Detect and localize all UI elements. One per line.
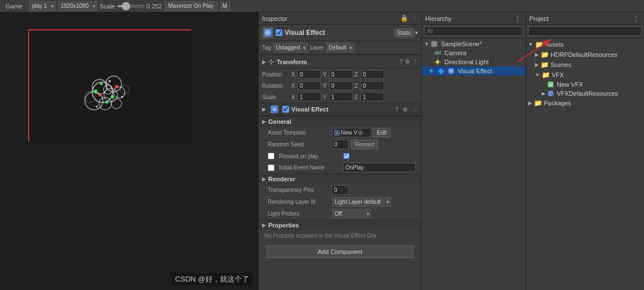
project-item-scenes[interactable]: ▶ 📁 Scenes xyxy=(526,60,644,70)
ve-component-enable-check[interactable] xyxy=(282,106,289,113)
lock-icon[interactable]: 🔒 xyxy=(400,15,408,22)
resolution-select[interactable]: 1920x1080 xyxy=(58,1,97,11)
properties-arrow-icon: ▶ xyxy=(262,222,266,228)
scene-menu-icon[interactable]: ⋮ xyxy=(518,41,523,47)
project-item-assets[interactable]: ▼ 📁 Assets xyxy=(526,39,644,50)
position-x-item: X 0 xyxy=(291,70,321,79)
project-item-vfx-default[interactable]: ▶ VFXDefaultResources xyxy=(526,89,644,98)
svg-rect-46 xyxy=(548,82,553,87)
resolution-select-wrapper[interactable]: 1920x1080 xyxy=(58,1,97,11)
reseed-button[interactable]: Reseed xyxy=(351,140,378,149)
assets-folder-icon: 📁 xyxy=(535,41,543,48)
rotation-z-label: Z xyxy=(354,83,360,89)
transform-title: Transform xyxy=(277,59,399,65)
scale-control: Scale 0.252 xyxy=(100,3,162,10)
transparency-input[interactable]: 0 xyxy=(332,185,349,195)
initial-event-label: Initial Event Name xyxy=(279,164,341,171)
layer-select[interactable]: Default xyxy=(326,43,354,52)
svg-rect-26 xyxy=(335,131,339,135)
svg-rect-36 xyxy=(435,51,439,55)
light-probes-select[interactable]: Off xyxy=(332,209,371,218)
hierarchy-item-camera[interactable]: ▶ Camera xyxy=(422,48,525,57)
asset-edit-button[interactable]: Edit xyxy=(373,128,390,137)
add-component-button[interactable]: Add Component xyxy=(267,246,413,258)
position-x-input[interactable]: 0 xyxy=(298,70,321,79)
rotation-z-input[interactable]: 0 xyxy=(361,81,384,90)
hierarchy-item-directional-light[interactable]: ▶ Directional Light xyxy=(422,57,525,66)
tag-select[interactable]: Untagged xyxy=(273,43,308,52)
layer-select-wrapper[interactable]: Default xyxy=(326,43,354,52)
random-seed-row: Random Seed 0 Reseed xyxy=(259,139,421,150)
scale-value: 0.252 xyxy=(147,3,163,10)
project-menu-button[interactable]: ⋮ xyxy=(632,15,641,23)
play-select-wrapper[interactable]: play 1 xyxy=(29,1,56,11)
project-item-packages[interactable]: ▶ 📁 Packages xyxy=(526,98,644,108)
visual-effect-hierarchy-icon xyxy=(448,68,454,74)
rotation-y-input[interactable]: 0 xyxy=(329,81,353,90)
reseed-on-play-checkbox[interactable] xyxy=(268,153,274,159)
mute-button[interactable]: M xyxy=(220,1,230,11)
position-z-input[interactable]: 0 xyxy=(361,70,384,79)
rendering-layer-select[interactable]: Light Layer default xyxy=(332,197,391,207)
play-select[interactable]: play 1 xyxy=(29,1,56,11)
scale-y-input[interactable]: 1 xyxy=(329,92,353,101)
scale-x-item: X 1 xyxy=(291,92,321,101)
project-item-hdrp[interactable]: ▶ 📁 HDRPDefaultResources xyxy=(526,50,644,60)
assets-arrow-icon: ▼ xyxy=(528,42,533,47)
maximize-on-play-button[interactable]: Maximize On Play xyxy=(164,1,218,11)
svg-point-38 xyxy=(436,60,439,64)
transform-section-header[interactable]: ▶ ⊹ Transform ? ⚙ ⋮ xyxy=(259,55,421,69)
renderer-subsection-header[interactable]: ▶ Renderer xyxy=(259,173,421,184)
static-dropdown-arrow[interactable]: ▾ xyxy=(415,30,418,35)
transform-arrow-icon: ▶ xyxy=(262,59,266,65)
renderer-arrow-icon: ▶ xyxy=(262,176,266,182)
project-panel: Project ⋮ ▼ 📁 Assets ▶ 📁 HDRPDefaultReso… xyxy=(526,12,644,290)
static-button[interactable]: Static xyxy=(394,29,414,37)
transparency-row: Transparency Prio 0 xyxy=(259,184,421,196)
inspector-header: Inspector 🔒 ⋮ xyxy=(259,12,421,25)
scale-z-input[interactable]: 1 xyxy=(361,92,384,101)
transform-info-icon[interactable]: ? xyxy=(399,59,403,65)
scale-row: Scale X 1 Y 1 Z 1 xyxy=(259,91,421,102)
ve-settings-icon[interactable]: ⚙ xyxy=(403,106,408,113)
scale-x-label: X xyxy=(291,94,297,100)
hierarchy-item-scene[interactable]: ▼ SampleScene* ⋮ xyxy=(422,39,525,48)
tag-select-wrapper[interactable]: Untagged xyxy=(273,43,308,52)
ve-info-icon[interactable]: ? xyxy=(395,106,398,113)
scale-slider[interactable] xyxy=(117,5,145,7)
scenes-arrow-icon: ▶ xyxy=(535,62,539,68)
hierarchy-search-input[interactable] xyxy=(424,26,523,36)
menu-icon[interactable]: ⋮ xyxy=(412,15,418,22)
directional-light-label: Directional Light xyxy=(444,59,489,65)
rotation-x-input[interactable]: 0 xyxy=(298,81,321,90)
reseed-check-icon xyxy=(343,153,350,159)
transform-more-icon[interactable]: ⋮ xyxy=(412,59,418,65)
transform-settings-icon[interactable]: ⚙ xyxy=(405,59,410,65)
rendering-layer-select-wrapper[interactable]: Light Layer default xyxy=(332,197,391,207)
svg-marker-37 xyxy=(439,51,441,55)
position-y-input[interactable]: 0 xyxy=(329,70,353,79)
light-probes-select-wrapper[interactable]: Off xyxy=(332,209,371,218)
random-seed-input[interactable]: 0 xyxy=(332,140,349,149)
initial-event-input[interactable]: OnPlay xyxy=(343,163,416,172)
project-search-input[interactable] xyxy=(528,26,642,36)
initial-event-row: Initial Event Name OnPlay xyxy=(259,162,421,173)
svg-point-30 xyxy=(360,132,361,133)
eye-icon[interactable]: 👁 xyxy=(429,68,434,74)
project-item-vfx[interactable]: ▼ 📁 VFX xyxy=(526,70,644,80)
ve-more-icon[interactable]: ⋮ xyxy=(412,106,418,113)
general-subsection-header[interactable]: ▶ General xyxy=(259,116,421,127)
project-item-new-vfx[interactable]: ▶ New VFX xyxy=(526,80,644,89)
svg-point-11 xyxy=(111,95,114,99)
initial-event-checkbox[interactable] xyxy=(268,164,274,171)
inspector-title: Inspector xyxy=(262,15,287,22)
hierarchy-item-visual-effect[interactable]: 👁 🔷 Visual Effect xyxy=(422,66,525,75)
hdrp-arrow-icon: ▶ xyxy=(535,52,539,57)
hierarchy-content: ▼ SampleScene* ⋮ ▶ Camera ▶ Directional … xyxy=(422,38,525,290)
properties-subsection-header[interactable]: ▶ Properties xyxy=(259,220,421,230)
hierarchy-menu-button[interactable]: ⋮ xyxy=(513,15,522,23)
general-arrow-icon: ▶ xyxy=(262,119,266,124)
vfx-folder-icon: 📁 xyxy=(542,71,550,79)
scale-x-input[interactable]: 1 xyxy=(298,92,321,101)
component-enable-check[interactable] xyxy=(276,29,282,36)
